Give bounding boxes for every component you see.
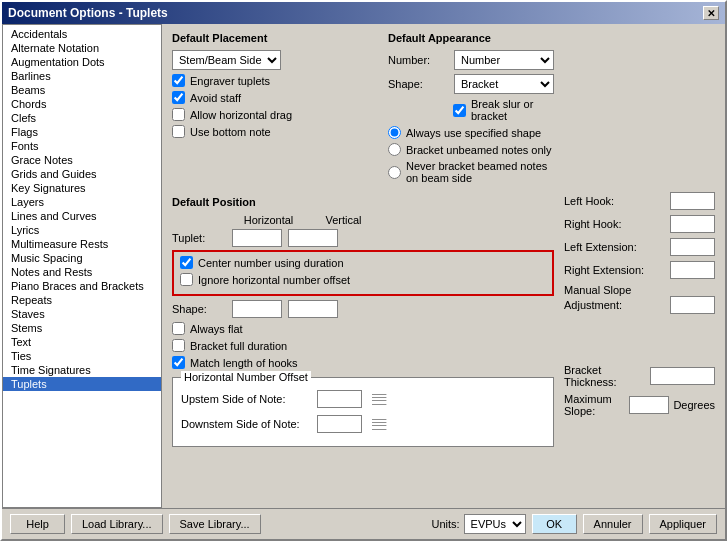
right-ext-label: Right Extension: <box>564 264 644 276</box>
left-hook-input[interactable]: 12 <box>670 192 715 210</box>
radio-always-label: Always use specified shape <box>406 127 541 139</box>
tuplet-h-input[interactable]: 0 <box>232 229 282 247</box>
shape-select[interactable]: Bracket <box>454 74 554 94</box>
center-number-row: Center number using duration <box>180 256 546 269</box>
radio-always[interactable] <box>388 126 401 139</box>
sidebar-item-text[interactable]: Text <box>3 335 161 349</box>
manual-slope-label: Manual Slope <box>564 284 715 296</box>
sidebar-item-notes-and-rests[interactable]: Notes and Rests <box>3 265 161 279</box>
radio-unbeamed[interactable] <box>388 143 401 156</box>
always-flat-checkbox[interactable] <box>172 322 185 335</box>
sidebar-item-accidentals[interactable]: Accidentals <box>3 27 161 41</box>
engraver-label: Engraver tuplets <box>190 75 270 87</box>
main-window: Document Options - Tuplets ✕ Accidentals… <box>0 0 727 541</box>
bracket-thick-input[interactable]: 1.79687 <box>650 367 715 385</box>
help-button[interactable]: Help <box>10 514 65 534</box>
sidebar-item-staves[interactable]: Staves <box>3 307 161 321</box>
units-select[interactable]: EVPUs <box>464 514 526 534</box>
degrees-label: Degrees <box>673 399 715 411</box>
radio-never-row: Never bracket beamed notes on beam side <box>388 160 554 184</box>
sidebar-item-clefs[interactable]: Clefs <box>3 111 161 125</box>
ignore-offset-label: Ignore horizontal number offset <box>198 274 350 286</box>
left-ext-input[interactable]: 0 <box>670 238 715 256</box>
upstem-label: Upstem Side of Note: <box>181 393 311 405</box>
title-bar: Document Options - Tuplets ✕ <box>2 2 725 24</box>
sidebar-item-ties[interactable]: Ties <box>3 349 161 363</box>
upstem-icon: 𝄙 <box>372 388 386 409</box>
sidebar-item-stems[interactable]: Stems <box>3 321 161 335</box>
load-library-button[interactable]: Load Library... <box>71 514 163 534</box>
left-column: Default Placement Stem/Beam Side Engrave… <box>172 32 564 447</box>
match-length-checkbox[interactable] <box>172 356 185 369</box>
apply-button[interactable]: Appliquer <box>649 514 717 534</box>
radio-never[interactable] <box>388 166 401 179</box>
match-length-row: Match length of hooks <box>172 356 554 369</box>
sidebar-item-layers[interactable]: Layers <box>3 195 161 209</box>
upstem-input[interactable]: -15 <box>317 390 362 408</box>
bracket-thickness-section: Bracket Thickness: 1.79687 Maximum Slope… <box>564 364 715 417</box>
engraver-checkbox[interactable] <box>172 74 185 87</box>
tuplet-label: Tuplet: <box>172 232 226 244</box>
position-title: Default Position <box>172 196 554 208</box>
ignore-offset-row: Ignore horizontal number offset <box>180 273 546 286</box>
manual-slope-input[interactable]: 0 <box>670 296 715 314</box>
left-ext-label: Left Extension: <box>564 241 637 253</box>
sidebar-item-flags[interactable]: Flags <box>3 125 161 139</box>
ignore-offset-checkbox[interactable] <box>180 273 193 286</box>
right-hook-input[interactable]: 12 <box>670 215 715 233</box>
tuplet-row: Tuplet: 0 24 <box>172 229 554 247</box>
bracket-thick-label: Bracket Thickness: <box>564 364 650 388</box>
sidebar-item-chords[interactable]: Chords <box>3 97 161 111</box>
manual-slope-section: Manual Slope Adjustment: 0 <box>564 284 715 314</box>
bracket-full-checkbox[interactable] <box>172 339 185 352</box>
sidebar-item-piano-braces-and-brackets[interactable]: Piano Braces and Brackets <box>3 279 161 293</box>
sidebar-item-tuplets[interactable]: Tuplets <box>3 377 161 391</box>
avoid-staff-checkbox[interactable] <box>172 91 185 104</box>
bracket-full-row: Bracket full duration <box>172 339 554 352</box>
tuplet-v-input[interactable]: 24 <box>288 229 338 247</box>
avoid-staff-row: Avoid staff <box>172 91 372 104</box>
number-label: Number: <box>388 54 448 66</box>
sidebar-item-repeats[interactable]: Repeats <box>3 293 161 307</box>
sidebar-item-barlines[interactable]: Barlines <box>3 69 161 83</box>
shape-pos-label: Shape: <box>172 303 226 315</box>
right-hook-row: Right Hook: 12 <box>564 215 715 233</box>
use-bottom-checkbox[interactable] <box>172 125 185 138</box>
sidebar-item-fonts[interactable]: Fonts <box>3 139 161 153</box>
upstem-row: Upstem Side of Note: -15 𝄙 <box>181 388 545 409</box>
sidebar-item-beams[interactable]: Beams <box>3 83 161 97</box>
placement-row: Stem/Beam Side <box>172 50 372 70</box>
sidebar-item-grids-and-guides[interactable]: Grids and Guides <box>3 167 161 181</box>
sidebar-item-music-spacing[interactable]: Music Spacing <box>3 251 161 265</box>
sidebar-item-grace-notes[interactable]: Grace Notes <box>3 153 161 167</box>
sidebar-item-time-signatures[interactable]: Time Signatures <box>3 363 161 377</box>
shape-row: Shape: Bracket <box>388 74 554 94</box>
always-flat-label: Always flat <box>190 323 243 335</box>
shape-h-input[interactable]: 0 <box>232 300 282 318</box>
shape-v-input[interactable]: 0 <box>288 300 338 318</box>
bracket-full-label: Bracket full duration <box>190 340 287 352</box>
center-number-checkbox[interactable] <box>180 256 193 269</box>
downstem-input[interactable]: -15 <box>317 415 362 433</box>
allow-drag-row: Allow horizontal drag <box>172 108 372 121</box>
placement-select[interactable]: Stem/Beam Side <box>172 50 281 70</box>
offset-title: Horizontal Number Offset <box>181 371 311 383</box>
sidebar-item-alternate-notation[interactable]: Alternate Notation <box>3 41 161 55</box>
break-slur-row: Break slur or bracket <box>453 98 554 122</box>
appearance-title: Default Appearance <box>388 32 554 44</box>
ok-button[interactable]: OK <box>532 514 577 534</box>
max-slope-input[interactable]: 10 <box>629 396 669 414</box>
engraver-row: Engraver tuplets <box>172 74 372 87</box>
sidebar-item-augmentation-dots[interactable]: Augmentation Dots <box>3 55 161 69</box>
sidebar-item-lyrics[interactable]: Lyrics <box>3 223 161 237</box>
cancel-button[interactable]: Annuler <box>583 514 643 534</box>
sidebar-item-lines-and-curves[interactable]: Lines and Curves <box>3 209 161 223</box>
save-library-button[interactable]: Save Library... <box>169 514 261 534</box>
sidebar-item-key-signatures[interactable]: Key Signatures <box>3 181 161 195</box>
close-button[interactable]: ✕ <box>703 6 719 20</box>
break-slur-checkbox[interactable] <box>453 104 466 117</box>
number-select[interactable]: Number <box>454 50 554 70</box>
allow-drag-checkbox[interactable] <box>172 108 185 121</box>
right-ext-input[interactable]: 0 <box>670 261 715 279</box>
sidebar-item-multimeasure-rests[interactable]: Multimeasure Rests <box>3 237 161 251</box>
